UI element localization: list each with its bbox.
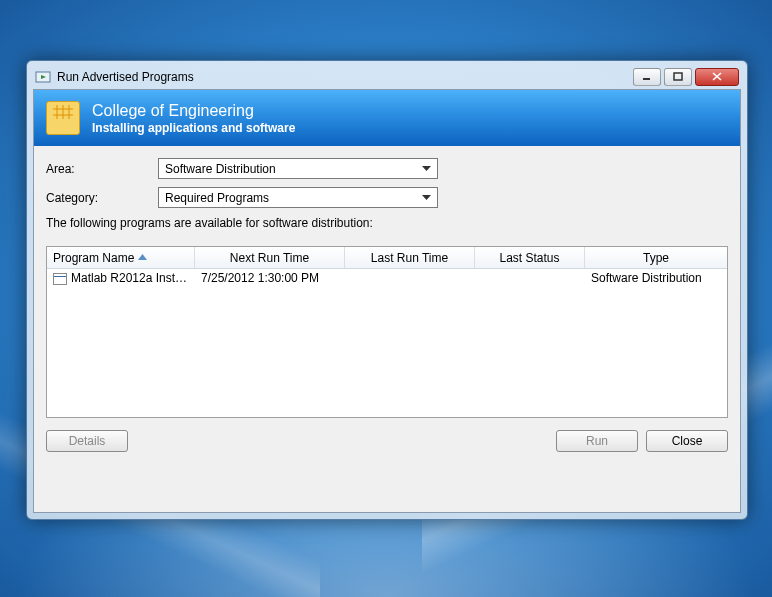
area-label: Area:: [46, 162, 158, 176]
area-value: Software Distribution: [165, 162, 276, 176]
details-button[interactable]: Details: [46, 430, 128, 452]
window-title: Run Advertised Programs: [57, 70, 194, 84]
cell-program-name: Matlab R2012a Install ...: [47, 271, 195, 285]
col-header-type[interactable]: Type: [585, 247, 727, 268]
col-header-label: Type: [643, 251, 669, 265]
category-row: Category: Required Programs: [46, 187, 728, 208]
col-header-next-run[interactable]: Next Run Time: [195, 247, 345, 268]
col-header-program-name[interactable]: Program Name: [47, 247, 195, 268]
banner: College of Engineering Installing applic…: [34, 90, 740, 146]
svg-marker-11: [422, 166, 431, 171]
table-row[interactable]: Matlab R2012a Install ... 7/25/2012 1:30…: [47, 269, 727, 287]
cell-type: Software Distribution: [585, 271, 727, 285]
col-header-label: Program Name: [53, 251, 134, 265]
category-dropdown[interactable]: Required Programs: [158, 187, 438, 208]
app-icon: [35, 69, 51, 85]
area-row: Area: Software Distribution: [46, 158, 728, 179]
program-listview: Program Name Next Run Time Last Run Time…: [46, 246, 728, 418]
banner-icon: [46, 101, 80, 135]
form-area: Area: Software Distribution Category: Re…: [34, 146, 740, 246]
category-label: Category:: [46, 191, 158, 205]
category-value: Required Programs: [165, 191, 269, 205]
col-header-last-run[interactable]: Last Run Time: [345, 247, 475, 268]
col-header-label: Last Run Time: [371, 251, 448, 265]
close-window-button[interactable]: [695, 68, 739, 86]
maximize-button[interactable]: [664, 68, 692, 86]
titlebar-left: Run Advertised Programs: [35, 69, 194, 85]
close-button[interactable]: Close: [646, 430, 728, 452]
svg-marker-12: [422, 195, 431, 200]
col-header-label: Last Status: [499, 251, 559, 265]
svg-rect-3: [674, 73, 682, 80]
sort-asc-icon: [138, 253, 147, 263]
banner-text: College of Engineering Installing applic…: [92, 102, 295, 135]
info-text: The following programs are available for…: [46, 216, 728, 230]
program-icon: [53, 273, 67, 285]
titlebar[interactable]: Run Advertised Programs: [33, 67, 741, 89]
col-header-last-status[interactable]: Last Status: [475, 247, 585, 268]
minimize-button[interactable]: [633, 68, 661, 86]
banner-subtitle: Installing applications and software: [92, 121, 295, 135]
window-controls: [633, 68, 739, 86]
listview-body[interactable]: Matlab R2012a Install ... 7/25/2012 1:30…: [47, 269, 727, 417]
app-window: Run Advertised Programs: [26, 60, 748, 520]
chevron-down-icon: [418, 161, 434, 177]
chevron-down-icon: [418, 190, 434, 206]
area-dropdown[interactable]: Software Distribution: [158, 158, 438, 179]
run-button[interactable]: Run: [556, 430, 638, 452]
svg-marker-13: [138, 254, 147, 260]
banner-title: College of Engineering: [92, 102, 295, 120]
cell-text: Matlab R2012a Install ...: [71, 271, 195, 285]
client-area: College of Engineering Installing applic…: [33, 89, 741, 513]
cell-next-run: 7/25/2012 1:30:00 PM: [195, 271, 345, 285]
listview-header: Program Name Next Run Time Last Run Time…: [47, 247, 727, 269]
button-bar: Details Run Close: [34, 418, 740, 464]
col-header-label: Next Run Time: [230, 251, 309, 265]
